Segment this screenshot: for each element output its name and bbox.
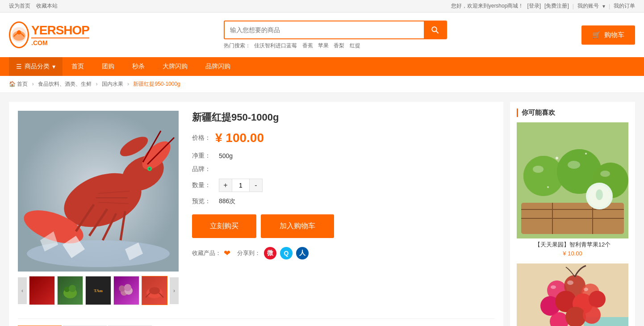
action-buttons: 立刻购买 加入购物车 <box>192 214 494 238</box>
breadcrumb-home[interactable]: 首页 <box>17 81 28 87</box>
account-link[interactable]: 我的账号 <box>577 2 599 10</box>
orders-link[interactable]: 我的订单 <box>614 2 635 10</box>
brand-label: 品牌： <box>192 165 219 173</box>
svg-point-50 <box>600 171 610 177</box>
thumbnail-list: TAm <box>29 276 167 305</box>
logo-text: YERSHOP .COM <box>31 23 89 46</box>
thumbnail-4[interactable] <box>113 276 139 305</box>
quantity-stepper: + - <box>219 179 263 192</box>
nav-links: 首页 团购 秒杀 大牌闪购 品牌闪购 <box>63 57 239 76</box>
breadcrumb-cat1[interactable]: 食品饮料、酒类、生鲜 <box>38 81 92 87</box>
breadcrumb-sep2: › <box>96 81 97 87</box>
svg-point-28 <box>69 285 76 292</box>
set-home-link[interactable]: 设为首页 <box>9 3 30 9</box>
login-link[interactable]: [登录] <box>527 2 541 10</box>
hot-searches: 热门搜索： 佳沃智利进口蓝莓 香蕉 苹果 香梨 红提 <box>224 42 447 50</box>
preview-label: 预览： <box>192 197 219 205</box>
header: YERSHOP .COM 热门搜索： 佳沃智利进口蓝莓 香蕉 苹果 香梨 红提 … <box>0 13 644 57</box>
share-row: 收藏产品： ❤ 分享到： 微 Q 人 <box>192 247 494 259</box>
cart-icon: 🛒 <box>592 31 601 39</box>
recommend-item-apple[interactable]: 【天天果园】智利青苹果12个 ¥ 10.00 <box>517 122 628 257</box>
logo-area[interactable]: YERSHOP .COM <box>9 19 89 50</box>
product-image-svg <box>18 111 179 272</box>
hot-item-1[interactable]: 佳沃智利进口蓝莓 <box>254 42 297 49</box>
nav-home[interactable]: 首页 <box>63 57 93 76</box>
svg-point-66 <box>589 291 606 308</box>
svg-point-3 <box>432 27 437 32</box>
apple-svg <box>517 122 628 238</box>
product-section: ‹ <box>9 102 503 326</box>
category-arrow-icon: ▾ <box>52 63 55 70</box>
preview-value: 886次 <box>219 197 235 205</box>
svg-point-71 <box>567 280 573 285</box>
svg-point-48 <box>533 166 544 173</box>
cart-label: 购物车 <box>604 31 624 39</box>
sidebar: 你可能喜欢 <box>510 102 635 326</box>
search-area: 热门搜索： 佳沃智利进口蓝莓 香蕉 苹果 香梨 红提 <box>224 21 447 50</box>
svg-point-53 <box>596 189 603 200</box>
category-menu[interactable]: ☰ 商品分类 ▾ <box>9 57 63 76</box>
cart-button[interactable]: 🛒 购物车 <box>581 25 635 45</box>
hot-item-5[interactable]: 红提 <box>350 42 360 49</box>
hot-item-4[interactable]: 香梨 <box>334 42 344 49</box>
brand-row: 品牌： <box>192 165 494 173</box>
svg-point-55 <box>585 153 587 155</box>
nav-brand-sale[interactable]: 品牌闪购 <box>197 57 239 76</box>
search-input[interactable] <box>225 22 424 38</box>
nav-group-buy[interactable]: 团购 <box>93 57 123 76</box>
qty-input[interactable] <box>232 179 250 192</box>
qq-share-button[interactable]: Q <box>280 247 293 259</box>
main-product-image <box>18 111 179 272</box>
svg-point-70 <box>551 285 556 289</box>
hot-item-2[interactable]: 香蕉 <box>302 42 313 49</box>
logo-com: .COM <box>31 38 89 46</box>
separator2: | <box>609 3 610 9</box>
renren-share-button[interactable]: 人 <box>296 247 309 259</box>
recommend-apple-name: 【天天果园】智利青苹果12个 <box>517 241 628 249</box>
weight-value: 500g <box>219 152 233 159</box>
greeting-text: 您好，欢迎来到yershop商城！ <box>451 2 524 10</box>
breadcrumb-cat2[interactable]: 国内水果 <box>102 81 123 87</box>
breadcrumb-current: 新疆红提950-1000g <box>133 81 180 87</box>
search-icon <box>431 26 439 34</box>
svg-point-72 <box>584 288 588 291</box>
heart-icon[interactable]: ❤ <box>224 248 230 258</box>
svg-point-49 <box>568 161 580 169</box>
bookmark-link[interactable]: 收藏本站 <box>36 3 58 9</box>
thumbnail-3[interactable]: TAm <box>85 276 111 305</box>
collect-area: 收藏产品： ❤ <box>192 248 230 258</box>
hot-item-3[interactable]: 苹果 <box>318 42 329 49</box>
add-to-cart-button[interactable]: 加入购物车 <box>261 214 334 238</box>
thumbnail-1[interactable] <box>29 276 55 305</box>
search-button[interactable] <box>424 21 446 38</box>
svg-point-27 <box>64 287 70 292</box>
thumbnail-5[interactable] <box>142 276 167 305</box>
apple-image <box>517 122 628 238</box>
recommend-item-grape[interactable]: 红提葡萄 <box>517 263 628 326</box>
weibo-share-button[interactable]: 微 <box>264 247 276 259</box>
breadcrumb: 🏠 首页 › 食品饮料、酒类、生鲜 › 国内水果 › 新疆红提950-1000g <box>0 76 644 93</box>
top-bar: 设为首页 收藏本站 您好，欢迎来到yershop商城！ [登录] [免费注册] … <box>0 0 644 13</box>
thumbnail-2[interactable] <box>57 276 83 305</box>
price-label: 价格： <box>192 134 211 142</box>
nav-flash-sale[interactable]: 秒杀 <box>123 57 154 76</box>
hot-label: 热门搜索： <box>224 42 251 49</box>
breadcrumb-sep1: › <box>32 81 34 87</box>
svg-point-34 <box>149 287 160 294</box>
buy-now-button[interactable]: 立刻购买 <box>192 214 256 238</box>
qty-plus-button[interactable]: + <box>219 179 232 192</box>
qty-minus-button[interactable]: - <box>250 179 262 192</box>
category-label: 商品分类 <box>25 63 50 71</box>
svg-point-19 <box>149 168 151 170</box>
thumb-next-button[interactable]: › <box>170 277 179 304</box>
top-bar-right: 您好，欢迎来到yershop商城！ [登录] [免费注册] | 我的账号 ▾ |… <box>451 2 635 10</box>
product-info: 新疆红提950-1000g 价格： ¥ 100.00 净重： 500g 品牌： … <box>192 111 494 305</box>
thumb-prev-button[interactable]: ‹ <box>18 277 27 304</box>
nav-big-brand[interactable]: 大牌闪购 <box>154 57 197 76</box>
share-area: 分享到： 微 Q 人 <box>237 247 309 259</box>
product-tabs: 商品详情 商品参数 商品评论 新疆红提950~1000g <box>18 318 494 326</box>
quantity-row: 数量： + - <box>192 179 494 192</box>
register-link[interactable]: [免费注册] <box>544 2 569 10</box>
quantity-label: 数量： <box>192 181 219 189</box>
grape-svg <box>517 263 628 326</box>
